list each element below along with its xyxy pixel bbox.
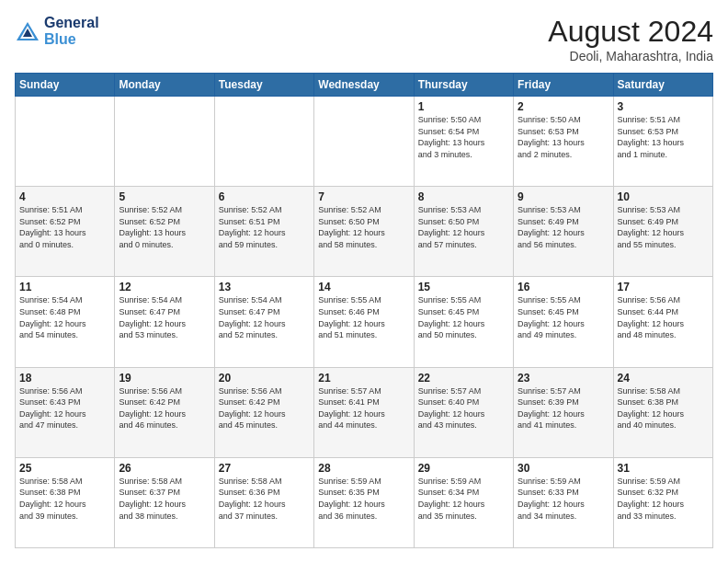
calendar-cell: 10Sunrise: 5:53 AM Sunset: 6:49 PM Dayli… xyxy=(613,187,712,277)
cell-info: Sunrise: 5:55 AM Sunset: 6:46 PM Dayligh… xyxy=(318,294,409,340)
cell-info: Sunrise: 5:58 AM Sunset: 6:38 PM Dayligh… xyxy=(19,476,110,522)
day-number: 15 xyxy=(418,281,509,293)
calendar-cell: 11Sunrise: 5:54 AM Sunset: 6:48 PM Dayli… xyxy=(16,277,115,367)
month-title: August 2024 xyxy=(548,15,713,49)
day-number: 30 xyxy=(518,462,609,475)
calendar-cell: 26Sunrise: 5:58 AM Sunset: 6:37 PM Dayli… xyxy=(115,457,214,547)
day-number: 17 xyxy=(618,281,709,293)
calendar-cell xyxy=(314,97,414,187)
calendar-cell xyxy=(214,97,313,187)
cell-info: Sunrise: 5:53 AM Sunset: 6:49 PM Dayligh… xyxy=(518,204,609,250)
calendar-cell: 30Sunrise: 5:59 AM Sunset: 6:33 PM Dayli… xyxy=(514,457,613,547)
calendar-cell: 19Sunrise: 5:56 AM Sunset: 6:42 PM Dayli… xyxy=(115,367,214,457)
day-number: 11 xyxy=(19,281,110,293)
day-number: 3 xyxy=(618,100,709,113)
cell-info: Sunrise: 5:56 AM Sunset: 6:44 PM Dayligh… xyxy=(618,294,709,340)
header: General Blue August 2024 Deoli, Maharash… xyxy=(15,15,713,63)
calendar-cell: 15Sunrise: 5:55 AM Sunset: 6:45 PM Dayli… xyxy=(414,277,513,367)
calendar-week-row: 11Sunrise: 5:54 AM Sunset: 6:48 PM Dayli… xyxy=(16,277,713,367)
logo-text: General Blue xyxy=(44,15,99,48)
cell-info: Sunrise: 5:59 AM Sunset: 6:35 PM Dayligh… xyxy=(318,476,409,522)
day-number: 7 xyxy=(318,190,409,203)
calendar-cell: 21Sunrise: 5:57 AM Sunset: 6:41 PM Dayli… xyxy=(314,367,414,457)
cell-info: Sunrise: 5:59 AM Sunset: 6:33 PM Dayligh… xyxy=(518,476,609,522)
calendar-cell: 6Sunrise: 5:52 AM Sunset: 6:51 PM Daylig… xyxy=(214,187,313,277)
day-number: 23 xyxy=(518,372,609,385)
day-number: 22 xyxy=(418,372,509,385)
cell-info: Sunrise: 5:55 AM Sunset: 6:45 PM Dayligh… xyxy=(518,294,609,340)
calendar-week-row: 25Sunrise: 5:58 AM Sunset: 6:38 PM Dayli… xyxy=(16,457,713,547)
cell-info: Sunrise: 5:59 AM Sunset: 6:32 PM Dayligh… xyxy=(618,476,709,522)
calendar-cell: 23Sunrise: 5:57 AM Sunset: 6:39 PM Dayli… xyxy=(514,367,613,457)
day-number: 16 xyxy=(518,281,609,293)
day-number: 10 xyxy=(618,190,709,203)
page: General Blue August 2024 Deoli, Maharash… xyxy=(0,0,728,563)
calendar-cell xyxy=(115,97,214,187)
cell-info: Sunrise: 5:56 AM Sunset: 6:42 PM Dayligh… xyxy=(119,385,210,431)
calendar-day-header: Sunday xyxy=(16,74,115,97)
cell-info: Sunrise: 5:54 AM Sunset: 6:47 PM Dayligh… xyxy=(219,294,310,340)
calendar-header-row: SundayMondayTuesdayWednesdayThursdayFrid… xyxy=(16,74,713,97)
cell-info: Sunrise: 5:53 AM Sunset: 6:50 PM Dayligh… xyxy=(418,204,509,250)
calendar-cell: 2Sunrise: 5:50 AM Sunset: 6:53 PM Daylig… xyxy=(514,97,613,187)
day-number: 4 xyxy=(19,190,110,203)
day-number: 24 xyxy=(618,372,709,385)
cell-info: Sunrise: 5:51 AM Sunset: 6:53 PM Dayligh… xyxy=(618,114,709,160)
calendar-cell xyxy=(16,97,115,187)
cell-info: Sunrise: 5:52 AM Sunset: 6:52 PM Dayligh… xyxy=(119,204,210,250)
title-block: August 2024 Deoli, Maharashtra, India xyxy=(548,15,713,63)
calendar-cell: 25Sunrise: 5:58 AM Sunset: 6:38 PM Dayli… xyxy=(16,457,115,547)
day-number: 21 xyxy=(318,372,409,385)
day-number: 19 xyxy=(119,372,210,385)
day-number: 9 xyxy=(518,190,609,203)
calendar-week-row: 4Sunrise: 5:51 AM Sunset: 6:52 PM Daylig… xyxy=(16,187,713,277)
calendar-cell: 16Sunrise: 5:55 AM Sunset: 6:45 PM Dayli… xyxy=(514,277,613,367)
calendar-cell: 3Sunrise: 5:51 AM Sunset: 6:53 PM Daylig… xyxy=(613,97,712,187)
calendar-cell: 22Sunrise: 5:57 AM Sunset: 6:40 PM Dayli… xyxy=(414,367,513,457)
cell-info: Sunrise: 5:59 AM Sunset: 6:34 PM Dayligh… xyxy=(418,476,509,522)
cell-info: Sunrise: 5:53 AM Sunset: 6:49 PM Dayligh… xyxy=(618,204,709,250)
cell-info: Sunrise: 5:57 AM Sunset: 6:39 PM Dayligh… xyxy=(518,385,609,431)
cell-info: Sunrise: 5:55 AM Sunset: 6:45 PM Dayligh… xyxy=(418,294,509,340)
calendar-day-header: Saturday xyxy=(613,74,712,97)
calendar-day-header: Thursday xyxy=(414,74,513,97)
cell-info: Sunrise: 5:56 AM Sunset: 6:43 PM Dayligh… xyxy=(19,385,110,431)
cell-info: Sunrise: 5:57 AM Sunset: 6:40 PM Dayligh… xyxy=(418,385,509,431)
calendar-cell: 4Sunrise: 5:51 AM Sunset: 6:52 PM Daylig… xyxy=(16,187,115,277)
logo: General Blue xyxy=(15,15,99,48)
cell-info: Sunrise: 5:54 AM Sunset: 6:47 PM Dayligh… xyxy=(119,294,210,340)
cell-info: Sunrise: 5:54 AM Sunset: 6:48 PM Dayligh… xyxy=(19,294,110,340)
calendar-cell: 17Sunrise: 5:56 AM Sunset: 6:44 PM Dayli… xyxy=(613,277,712,367)
day-number: 18 xyxy=(19,372,110,385)
day-number: 13 xyxy=(219,281,310,293)
cell-info: Sunrise: 5:56 AM Sunset: 6:42 PM Dayligh… xyxy=(219,385,310,431)
cell-info: Sunrise: 5:58 AM Sunset: 6:38 PM Dayligh… xyxy=(618,385,709,431)
calendar-week-row: 1Sunrise: 5:50 AM Sunset: 6:54 PM Daylig… xyxy=(16,97,713,187)
calendar-cell: 13Sunrise: 5:54 AM Sunset: 6:47 PM Dayli… xyxy=(214,277,313,367)
cell-info: Sunrise: 5:50 AM Sunset: 6:53 PM Dayligh… xyxy=(518,114,609,160)
cell-info: Sunrise: 5:52 AM Sunset: 6:50 PM Dayligh… xyxy=(318,204,409,250)
day-number: 28 xyxy=(318,462,409,475)
cell-info: Sunrise: 5:51 AM Sunset: 6:52 PM Dayligh… xyxy=(19,204,110,250)
calendar-cell: 28Sunrise: 5:59 AM Sunset: 6:35 PM Dayli… xyxy=(314,457,414,547)
calendar-cell: 31Sunrise: 5:59 AM Sunset: 6:32 PM Dayli… xyxy=(613,457,712,547)
day-number: 2 xyxy=(518,100,609,113)
location: Deoli, Maharashtra, India xyxy=(548,49,713,63)
cell-info: Sunrise: 5:57 AM Sunset: 6:41 PM Dayligh… xyxy=(318,385,409,431)
cell-info: Sunrise: 5:58 AM Sunset: 6:37 PM Dayligh… xyxy=(119,476,210,522)
calendar-cell: 20Sunrise: 5:56 AM Sunset: 6:42 PM Dayli… xyxy=(214,367,313,457)
calendar-cell: 18Sunrise: 5:56 AM Sunset: 6:43 PM Dayli… xyxy=(16,367,115,457)
calendar-cell: 7Sunrise: 5:52 AM Sunset: 6:50 PM Daylig… xyxy=(314,187,414,277)
calendar-week-row: 18Sunrise: 5:56 AM Sunset: 6:43 PM Dayli… xyxy=(16,367,713,457)
calendar-cell: 5Sunrise: 5:52 AM Sunset: 6:52 PM Daylig… xyxy=(115,187,214,277)
cell-info: Sunrise: 5:50 AM Sunset: 6:54 PM Dayligh… xyxy=(418,114,509,160)
cell-info: Sunrise: 5:52 AM Sunset: 6:51 PM Dayligh… xyxy=(219,204,310,250)
day-number: 6 xyxy=(219,190,310,203)
day-number: 5 xyxy=(119,190,210,203)
logo-icon xyxy=(15,18,40,44)
calendar-cell: 12Sunrise: 5:54 AM Sunset: 6:47 PM Dayli… xyxy=(115,277,214,367)
calendar-cell: 9Sunrise: 5:53 AM Sunset: 6:49 PM Daylig… xyxy=(514,187,613,277)
calendar-day-header: Tuesday xyxy=(214,74,313,97)
day-number: 26 xyxy=(119,462,210,475)
day-number: 25 xyxy=(19,462,110,475)
